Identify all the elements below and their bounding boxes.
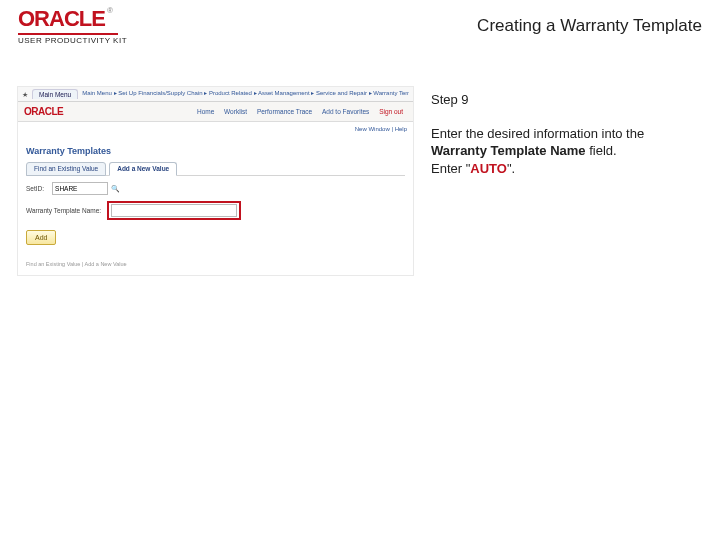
instruction-text: Enter the desired information into the W… — [431, 125, 691, 178]
browser-chrome: ★ Main Menu Main Menu ▸ Set Up Financial… — [18, 87, 413, 102]
nav-perf[interactable]: Performance Trace — [257, 108, 312, 115]
input-value: AUTO — [470, 161, 507, 176]
setid-label: SetID: — [26, 185, 44, 193]
nav-signout[interactable]: Sign out — [379, 108, 403, 115]
main-menu-tab[interactable]: Main Menu — [32, 89, 78, 99]
global-nav: Home Worklist Performance Trace Add to F… — [193, 108, 407, 116]
app-screenshot: ★ Main Menu Main Menu ▸ Set Up Financial… — [18, 87, 413, 275]
nav-fav[interactable]: Add to Favorites — [322, 108, 369, 115]
oracle-logo: ORACLE — [18, 6, 105, 31]
trademark: ® — [107, 6, 113, 15]
tab-add-new[interactable]: Add a New Value — [109, 162, 177, 176]
product-name: USER PRODUCTIVITY KIT — [18, 36, 127, 45]
breadcrumb: Main Menu ▸ Set Up Financials/Supply Cha… — [82, 90, 409, 98]
lookup-icon[interactable]: 🔍 — [111, 184, 120, 193]
step-number: Step 9 — [431, 91, 691, 109]
nav-worklist[interactable]: Worklist — [224, 108, 247, 115]
highlight-box — [107, 201, 241, 220]
page-footer-links[interactable]: Find an Existing Value | Add a New Value — [26, 261, 405, 268]
warranty-name-row: Warranty Template Name: — [26, 201, 405, 220]
favorites-icon[interactable]: ★ — [22, 90, 28, 99]
add-button[interactable]: Add — [26, 230, 56, 245]
app-topbar: ORACLE Home Worklist Performance Trace A… — [18, 102, 413, 122]
setid-row: SetID: 🔍 — [26, 180, 405, 197]
warranty-template-name-input[interactable] — [111, 204, 237, 217]
instruction-panel: Step 9 Enter the desired information int… — [431, 87, 691, 177]
utility-links[interactable]: New Window | Help — [355, 126, 407, 132]
screen-title: Warranty Templates — [26, 146, 405, 158]
tab-row: Find an Existing Value Add a New Value — [26, 162, 405, 176]
nav-home[interactable]: Home — [197, 108, 214, 115]
page-title: Creating a Warranty Template — [477, 16, 702, 36]
warranty-name-label: Warranty Template Name: — [26, 207, 101, 215]
app-logo: ORACLE — [24, 105, 63, 118]
header-bar: ORACLE® USER PRODUCTIVITY KIT Creating a… — [0, 0, 720, 47]
brand-block: ORACLE® USER PRODUCTIVITY KIT — [18, 6, 127, 45]
tab-find-existing[interactable]: Find an Existing Value — [26, 162, 106, 176]
setid-input[interactable] — [52, 182, 108, 195]
brand-rule — [18, 33, 118, 35]
